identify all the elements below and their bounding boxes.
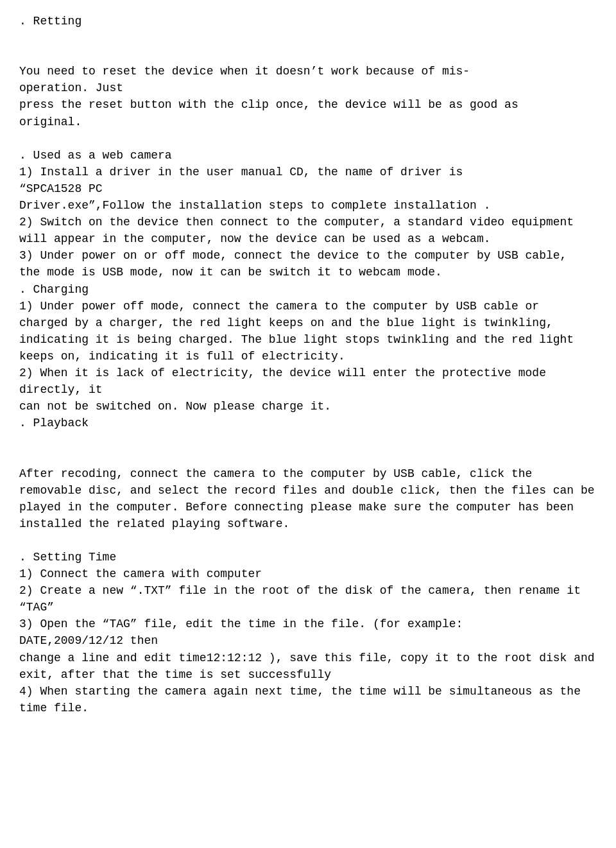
main-content: . Retting You need to reset the device w… bbox=[19, 13, 597, 716]
